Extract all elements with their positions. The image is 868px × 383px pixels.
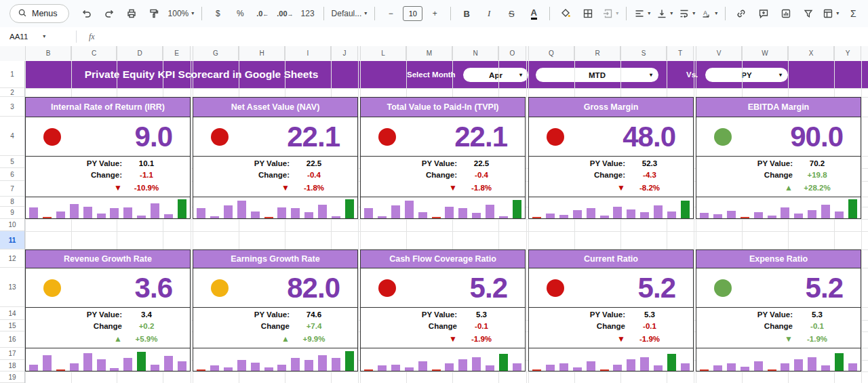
compare-dropdown[interactable]: PY▾ bbox=[705, 68, 788, 82]
column-header-X[interactable]: X bbox=[788, 46, 834, 60]
kpi-card-1[interactable]: Internal Rate of Return (IRR)9.0PY Value… bbox=[25, 97, 191, 219]
dashboard-title: Private Equity KPI Scorecard in Google S… bbox=[25, 61, 378, 88]
row-header-4[interactable]: 4 bbox=[0, 117, 24, 156]
decrease-decimal-button[interactable]: .0← bbox=[252, 5, 273, 22]
column-header-G[interactable]: G bbox=[193, 46, 239, 60]
row-header-2[interactable]: 2 bbox=[0, 88, 24, 97]
spark-bar bbox=[513, 363, 521, 371]
table-view-button[interactable]: ▾ bbox=[821, 5, 841, 22]
fill-color-button[interactable] bbox=[555, 5, 576, 22]
sheet-grid[interactable]: Private Equity KPI Scorecard in Google S… bbox=[25, 61, 868, 383]
number-format-button[interactable]: 123 bbox=[298, 5, 318, 22]
select-all-corner[interactable] bbox=[0, 46, 26, 62]
column-header-O[interactable]: O bbox=[498, 46, 526, 60]
menus-button[interactable]: Menus bbox=[9, 4, 69, 23]
name-box[interactable]: AA11 ▾ bbox=[0, 33, 69, 41]
strikethrough-button[interactable]: S bbox=[501, 5, 521, 22]
column-header-L[interactable]: L bbox=[360, 46, 406, 60]
column-header-D[interactable]: D bbox=[117, 46, 163, 60]
row-header-12[interactable]: 12 bbox=[0, 249, 24, 268]
format-percent-button[interactable]: % bbox=[230, 5, 250, 22]
kpi-card-3[interactable]: Total Value to Paid-In (TVPI)22.1PY Valu… bbox=[360, 97, 526, 219]
merge-cells-button[interactable]: ▾ bbox=[600, 5, 620, 22]
text-wrap-button[interactable]: ▾ bbox=[677, 5, 697, 22]
font-size-increase-button[interactable]: + bbox=[425, 5, 445, 22]
insert-link-button[interactable] bbox=[731, 5, 751, 22]
italic-button[interactable]: I bbox=[479, 5, 499, 22]
column-header-C[interactable]: C bbox=[71, 46, 117, 60]
column-header-I[interactable]: I bbox=[285, 46, 331, 60]
row-header-18[interactable]: 18 bbox=[0, 360, 24, 371]
column-header-N[interactable]: N bbox=[452, 46, 498, 60]
kpi-value: 82.0 bbox=[287, 268, 340, 307]
paint-format-button[interactable] bbox=[144, 5, 164, 22]
month-dropdown[interactable]: Apr▾ bbox=[463, 68, 528, 82]
column-header-Y[interactable]: Y bbox=[834, 46, 861, 60]
column-header-V[interactable]: V bbox=[696, 46, 742, 60]
column-header-E[interactable]: E bbox=[163, 46, 191, 60]
bold-button[interactable]: B bbox=[456, 5, 477, 22]
insert-chart-button[interactable] bbox=[776, 5, 796, 22]
row-header-16[interactable]: 16 bbox=[0, 331, 24, 348]
kpi-card-2[interactable]: Net Asset Value (NAV)22.1PY Value:22.5Ch… bbox=[193, 97, 358, 219]
row-header-1[interactable]: 1 bbox=[0, 61, 24, 88]
text-rotation-button[interactable]: A ▾ bbox=[699, 5, 719, 22]
row-header-9[interactable]: 9 bbox=[0, 207, 24, 219]
row-header-6[interactable]: 6 bbox=[0, 168, 24, 181]
kpi-card-title: Gross Margin bbox=[529, 98, 693, 117]
vertical-align-button[interactable]: ▾ bbox=[654, 5, 675, 22]
kpi-card-4[interactable]: Gross Margin48.0PY Value:52.3Change:-4.3… bbox=[528, 97, 694, 219]
row-header-10[interactable]: 10 bbox=[0, 219, 24, 231]
sparkline-chart bbox=[696, 197, 861, 220]
increase-decimal-button[interactable]: .00→ bbox=[275, 5, 295, 22]
column-header-H[interactable]: H bbox=[239, 46, 285, 60]
kpi-card-5[interactable]: EBITDA Margin90.0PY Value:70.2Change+19.… bbox=[696, 97, 861, 219]
row-header-17[interactable]: 17 bbox=[0, 348, 24, 360]
font-size-input[interactable]: 10 bbox=[403, 6, 422, 21]
row-header-7[interactable]: 7 bbox=[0, 181, 24, 197]
kpi-card-8[interactable]: Cash Flow Coverage Ratio5.2PY Value:5.3C… bbox=[360, 249, 526, 371]
row-header-19[interactable]: 19 bbox=[0, 371, 24, 383]
spark-bar bbox=[559, 215, 568, 218]
print-button[interactable] bbox=[121, 5, 142, 22]
kpi-card-6[interactable]: Revenue Growth Rate3.6PY Value:3.4Change… bbox=[25, 249, 191, 371]
kpi-card-10[interactable]: Expense Ratio5.2PY Value:5.3Change-0.1▼-… bbox=[696, 249, 861, 371]
font-size-decrease-button[interactable]: − bbox=[380, 5, 401, 22]
create-filter-button[interactable] bbox=[798, 5, 818, 22]
kpi-card-7[interactable]: Earnings Growth Rate82.0PY Value:74.6Cha… bbox=[193, 249, 358, 371]
functions-button[interactable]: Σ bbox=[843, 5, 863, 22]
horizontal-align-button[interactable]: ▾ bbox=[632, 5, 652, 22]
spark-bar bbox=[700, 369, 709, 371]
row-header-14[interactable]: 14 bbox=[0, 307, 24, 320]
column-header-T[interactable]: T bbox=[667, 46, 694, 60]
column-header-S[interactable]: S bbox=[620, 46, 667, 60]
zoom-select[interactable]: 100%▾ bbox=[166, 5, 197, 22]
redo-button[interactable] bbox=[99, 5, 119, 22]
undo-button[interactable] bbox=[77, 5, 97, 22]
kpi-value: 9.0 bbox=[135, 117, 172, 156]
kpi-card-title: Expense Ratio bbox=[696, 250, 861, 268]
stat-line: PY Value:74.6 bbox=[193, 309, 357, 321]
stat-value: 74.6 bbox=[290, 310, 338, 319]
row-header-3[interactable]: 3 bbox=[0, 97, 24, 117]
column-header-R[interactable]: R bbox=[574, 46, 620, 60]
row-header-13[interactable]: 13 bbox=[0, 268, 24, 307]
borders-button[interactable] bbox=[578, 5, 598, 22]
row-header-5[interactable]: 5 bbox=[0, 156, 24, 168]
row-header-8[interactable]: 8 bbox=[0, 197, 24, 207]
font-select[interactable]: Defaul...▾ bbox=[330, 5, 370, 22]
column-header-M[interactable]: M bbox=[406, 46, 452, 60]
text-color-button[interactable]: A bbox=[524, 5, 544, 22]
row-header-11[interactable]: 11 bbox=[0, 231, 24, 249]
column-header-B[interactable]: B bbox=[25, 46, 71, 60]
column-header-W[interactable]: W bbox=[742, 46, 788, 60]
column-header-Q[interactable]: Q bbox=[528, 46, 574, 60]
period-dropdown[interactable]: MTD▾ bbox=[536, 68, 658, 82]
format-currency-button[interactable]: $ bbox=[208, 5, 228, 22]
kpi-card-9[interactable]: Current Ratio5.2PY Value:5.3Change-0.1▼-… bbox=[528, 249, 694, 371]
insert-comment-button[interactable] bbox=[753, 5, 774, 22]
column-header-J[interactable]: J bbox=[331, 46, 358, 60]
spark-bar bbox=[97, 214, 106, 218]
row-header-15[interactable]: 15 bbox=[0, 320, 24, 331]
spark-bar bbox=[83, 207, 92, 218]
